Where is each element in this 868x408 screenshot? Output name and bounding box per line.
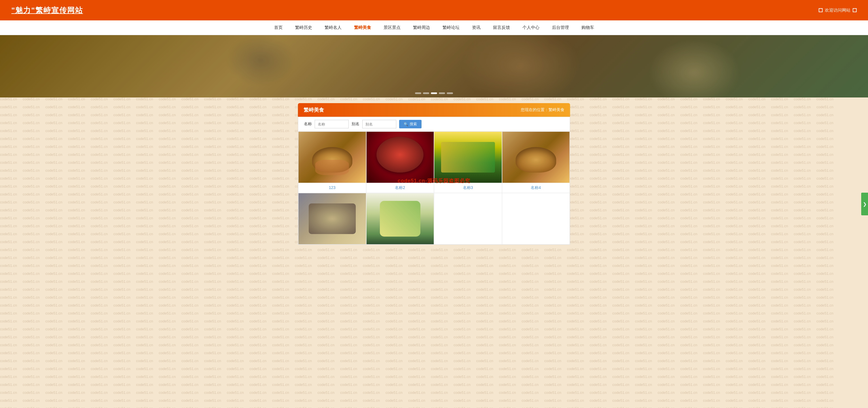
food-image-3: [434, 132, 502, 183]
food-card-placeholder-1: [434, 193, 502, 245]
site-title: "魅力"繁峙宣传网站: [11, 5, 83, 15]
section-header: 繁峙美食 您现在的位置：繁峙美食: [298, 103, 570, 117]
sidebar-arrow-icon: ❯: [863, 201, 867, 207]
nav-item-profile[interactable]: 个人中心: [516, 21, 546, 35]
food-card-placeholder-2: [502, 193, 570, 245]
hero-banner: [0, 35, 868, 97]
slider-dot-5[interactable]: [447, 92, 453, 94]
welcome-text: 欢迎访问网站: [825, 8, 850, 13]
food-card-5[interactable]: [298, 193, 366, 245]
nav-item-history[interactable]: 繁峙历史: [289, 21, 318, 35]
food-image-5: [299, 193, 366, 244]
food-name-4: 名称4: [502, 183, 570, 193]
nav-item-surrounding[interactable]: 繁峙周边: [407, 21, 436, 35]
food-name-3: 名称3: [434, 183, 502, 193]
slider-dot-1[interactable]: [415, 92, 421, 94]
sidebar-arrow-button[interactable]: ❯: [861, 193, 868, 215]
nav-item-scenic[interactable]: 景区景点: [377, 21, 407, 35]
nav-item-cart[interactable]: 购物车: [575, 21, 600, 35]
name-label: 名称: [304, 122, 312, 127]
search-btn-label: 搜索: [410, 122, 417, 127]
food-image-4: [502, 132, 570, 183]
slider-dot-4[interactable]: [439, 92, 445, 94]
nav-item-forum[interactable]: 繁峙论坛: [436, 21, 466, 35]
section-location: 您现在的位置：繁峙美食: [521, 107, 564, 113]
alias-label: 别名: [351, 122, 360, 127]
section-wrapper: code51.cn-源码乐园盗图必究 名称 别名 🔍 搜索 123 名称2: [298, 117, 570, 245]
nav-item-news[interactable]: 资讯: [466, 21, 487, 35]
watermark-center-text: code51.cn-源码乐园盗图必究: [398, 177, 470, 184]
content-section: 繁峙美食 您现在的位置：繁峙美食 code51.cn-源码乐园盗图必究 名称 别…: [292, 103, 576, 245]
nav-item-feedback[interactable]: 留言反馈: [487, 21, 516, 35]
main-nav: 首页 繁峙历史 繁峙名人 繁峙美食 景区景点 繁峙周边 繁峙论坛 资讯 留言反馈…: [0, 21, 868, 35]
search-icon: 🔍: [404, 122, 408, 126]
slider-dot-3[interactable]: [431, 92, 437, 94]
food-card-4[interactable]: 名称4: [502, 131, 570, 193]
food-grid: 123 名称2 名称3 名称4: [298, 131, 570, 245]
food-image-1: [299, 132, 366, 183]
food-image-6: [367, 193, 434, 244]
section-title: 繁峙美食: [304, 106, 324, 113]
search-alias-input[interactable]: [362, 120, 396, 128]
search-bar: 名称 别名 🔍 搜索: [298, 117, 570, 131]
nav-item-admin[interactable]: 后台管理: [546, 21, 575, 35]
nav-item-food[interactable]: 繁峙美食: [348, 21, 377, 35]
food-card-6[interactable]: [366, 193, 434, 245]
food-name-2: 名称2: [367, 183, 434, 193]
nav-item-home[interactable]: 首页: [268, 21, 289, 35]
welcome-checkbox-icon: [819, 8, 823, 12]
welcome-checkbox2-icon: [853, 8, 857, 12]
slider-dot-2[interactable]: [423, 92, 429, 94]
nav-item-celebrity[interactable]: 繁峙名人: [318, 21, 348, 35]
food-card-1[interactable]: 123: [298, 131, 366, 193]
search-button[interactable]: 🔍 搜索: [399, 120, 422, 128]
slider-dots: [415, 92, 453, 94]
food-image-2: [367, 132, 434, 183]
search-name-input[interactable]: [315, 120, 349, 128]
food-name-1: 123: [299, 183, 366, 192]
welcome-area: 欢迎访问网站: [819, 8, 857, 13]
header: "魅力"繁峙宣传网站 欢迎访问网站: [0, 0, 868, 21]
hero-overlay: [0, 35, 868, 97]
